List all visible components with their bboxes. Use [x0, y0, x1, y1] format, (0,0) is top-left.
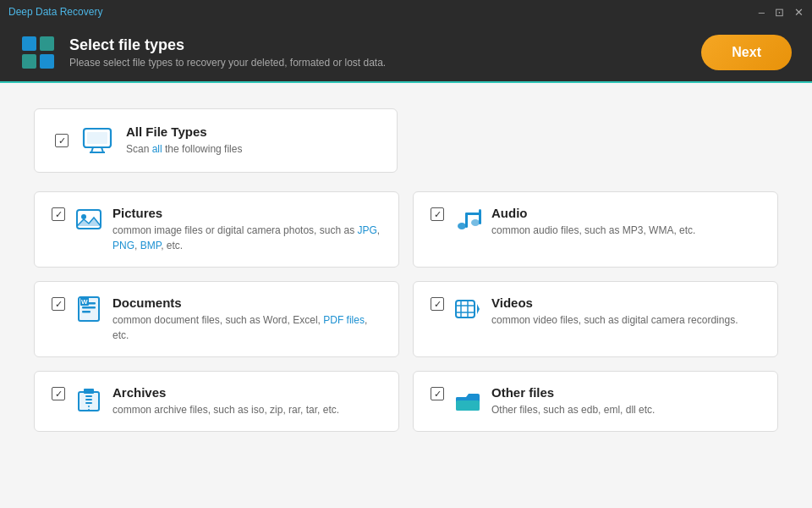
- svg-rect-14: [479, 209, 481, 224]
- videos-card[interactable]: Videos common video files, such as digit…: [413, 281, 778, 357]
- svg-text:W: W: [81, 298, 88, 306]
- videos-text: Videos common video files, such as digit…: [491, 295, 738, 328]
- svg-rect-3: [40, 54, 54, 69]
- svg-rect-2: [22, 54, 36, 69]
- documents-title: Documents: [112, 295, 381, 310]
- all-types-title: All File Types: [126, 124, 242, 139]
- audio-title: Audio: [491, 206, 695, 220]
- pictures-icon: [75, 206, 102, 233]
- videos-icon: [454, 295, 481, 323]
- app-logo-icon: [20, 35, 56, 70]
- archives-icon: [75, 385, 102, 412]
- audio-text: Audio common audio files, such as MP3, W…: [491, 206, 695, 238]
- documents-icon: W: [75, 295, 102, 323]
- window-controls: – ⊡ ✕: [759, 7, 804, 18]
- documents-checkbox[interactable]: [52, 297, 65, 311]
- other-title: Other files: [491, 385, 655, 400]
- svg-marker-27: [477, 304, 480, 314]
- svg-rect-19: [82, 311, 91, 313]
- all-types-text: All File Types Scan all the following fi…: [126, 124, 242, 157]
- archives-description: common archive files, such as iso, zip, …: [112, 402, 339, 417]
- other-description: Other files, such as edb, eml, dll etc.: [491, 402, 655, 417]
- documents-description: common document files, such as Word, Exc…: [112, 312, 381, 343]
- close-button[interactable]: ✕: [794, 7, 804, 18]
- audio-description: common audio files, such as MP3, WMA, et…: [491, 223, 695, 238]
- other-files-card[interactable]: Other files Other files, such as edb, em…: [413, 371, 778, 432]
- main-content: All File Types Scan all the following fi…: [0, 83, 812, 508]
- header: Select file types Please select file typ…: [0, 24, 812, 83]
- titlebar: Deep Data Recovery – ⊡ ✕: [0, 0, 812, 24]
- svg-rect-15: [465, 213, 481, 215]
- all-highlight: all: [152, 143, 162, 155]
- pictures-checkbox[interactable]: [52, 207, 65, 221]
- archives-title: Archives: [112, 385, 339, 400]
- next-button[interactable]: Next: [701, 35, 792, 70]
- all-types-checkbox[interactable]: [55, 134, 69, 147]
- other-text: Other files Other files, such as edb, em…: [491, 385, 655, 417]
- pictures-card[interactable]: Pictures common image files or digital c…: [34, 191, 399, 268]
- audio-icon: [454, 206, 481, 233]
- svg-rect-8: [87, 132, 107, 144]
- audio-card[interactable]: Audio common audio files, such as MP3, W…: [413, 191, 778, 268]
- file-types-grid: Pictures common image files or digital c…: [34, 191, 778, 432]
- other-checkbox[interactable]: [431, 387, 444, 400]
- videos-checkbox[interactable]: [431, 297, 444, 311]
- svg-point-11: [458, 223, 466, 229]
- pictures-title: Pictures: [112, 206, 381, 220]
- maximize-button[interactable]: ⊡: [775, 7, 784, 18]
- svg-point-12: [471, 219, 480, 226]
- archives-card[interactable]: Archives common archive files, such as i…: [34, 371, 399, 432]
- svg-rect-22: [456, 301, 475, 318]
- all-file-types-card[interactable]: All File Types Scan all the following fi…: [34, 108, 398, 173]
- minimize-button[interactable]: –: [759, 7, 765, 18]
- app-title: Deep Data Recovery: [8, 6, 102, 18]
- all-types-description: Scan all the following files: [126, 141, 242, 157]
- monitor-icon: [82, 125, 112, 156]
- videos-description: common video files, such as digital came…: [491, 312, 738, 328]
- page-title: Select file types: [69, 36, 386, 54]
- videos-title: Videos: [491, 295, 738, 310]
- documents-text: Documents common document files, such as…: [112, 295, 381, 343]
- documents-card[interactable]: W Documents common document files, such …: [34, 281, 399, 357]
- header-left: Select file types Please select file typ…: [20, 35, 386, 70]
- header-text: Select file types Please select file typ…: [69, 36, 386, 69]
- audio-checkbox[interactable]: [431, 207, 444, 221]
- pictures-description: common image files or digital camera pho…: [112, 223, 381, 253]
- page-subtitle: Please select file types to recovery you…: [69, 57, 386, 69]
- other-files-icon: [454, 385, 481, 412]
- pictures-text: Pictures common image files or digital c…: [112, 206, 381, 253]
- archives-checkbox[interactable]: [52, 387, 65, 400]
- svg-rect-35: [456, 400, 480, 411]
- svg-rect-28: [79, 392, 99, 411]
- svg-rect-18: [82, 306, 96, 309]
- archives-text: Archives common archive files, such as i…: [112, 385, 339, 417]
- svg-rect-0: [22, 36, 36, 51]
- svg-rect-1: [40, 36, 54, 51]
